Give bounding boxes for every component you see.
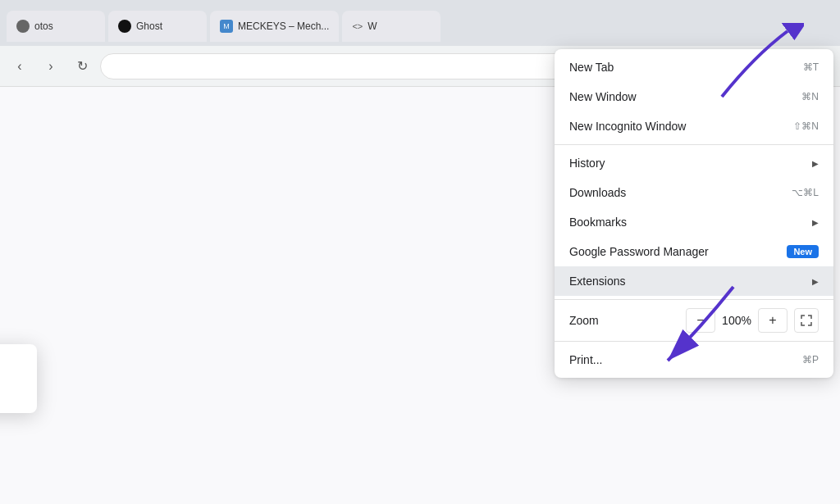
- menu-item-extensions[interactable]: Extensions ▶: [555, 266, 833, 296]
- history-chevron-icon: ▶: [812, 159, 819, 168]
- menu-item-new-tab[interactable]: New Tab ⌘T: [555, 52, 833, 82]
- zoom-increase-button[interactable]: +: [758, 308, 788, 333]
- zoom-value: 100%: [715, 314, 758, 327]
- new-incognito-label: New Incognito Window: [569, 120, 686, 133]
- bookmarks-label: Bookmarks: [569, 216, 627, 229]
- new-tab-shortcut: ⌘T: [803, 61, 819, 73]
- zoom-label: Zoom: [569, 314, 686, 327]
- downloads-label: Downloads: [569, 186, 626, 199]
- address-bar[interactable]: [100, 53, 620, 79]
- password-manager-label: Google Password Manager: [569, 245, 709, 258]
- tab-meckeys[interactable]: M MECKEYS – Mech...: [210, 11, 339, 42]
- menu-item-password-manager[interactable]: Google Password Manager New: [555, 237, 833, 266]
- extensions-submenu: Manage Extensions Visit Chrome Web Store: [0, 344, 37, 413]
- fullscreen-button[interactable]: [794, 308, 819, 333]
- tab-label-photos: otos: [34, 20, 53, 32]
- history-label: History: [569, 157, 605, 170]
- submenu-visit-store[interactable]: Visit Chrome Web Store: [0, 379, 37, 410]
- tab-favicon-photos: [16, 20, 30, 33]
- chrome-menu-dropdown: New Tab ⌘T New Window ⌘N New Incognito W…: [555, 49, 833, 378]
- tab-label-meckeys: MECKEYS – Mech...: [238, 20, 329, 32]
- back-button[interactable]: ‹: [7, 53, 33, 79]
- tab-label-ghost: Ghost: [136, 20, 162, 32]
- zoom-row: Zoom − 100% +: [555, 303, 833, 338]
- tab-bar: otos Ghost M MECKEYS – Mech... <> W: [0, 0, 840, 46]
- zoom-decrease-button[interactable]: −: [686, 308, 715, 333]
- menu-divider-1: [555, 144, 833, 145]
- extensions-chevron-icon: ▶: [812, 277, 819, 286]
- forward-button[interactable]: ›: [38, 53, 64, 79]
- tab-photos[interactable]: otos: [7, 11, 105, 42]
- extensions-label: Extensions: [569, 275, 625, 288]
- print-shortcut: ⌘P: [802, 354, 819, 366]
- new-incognito-shortcut: ⇧⌘N: [793, 120, 819, 132]
- zoom-controls: − 100% +: [686, 308, 819, 333]
- tab-label-other: W: [368, 20, 377, 32]
- new-badge: New: [787, 245, 819, 258]
- menu-item-history[interactable]: History ▶: [555, 148, 833, 178]
- new-tab-label: New Tab: [569, 61, 614, 74]
- menu-divider-2: [555, 299, 833, 300]
- menu-item-print[interactable]: Print... ⌘P: [555, 345, 833, 375]
- menu-item-downloads[interactable]: Downloads ⌥⌘L: [555, 178, 833, 207]
- tab-favicon-meckeys: M: [220, 20, 233, 33]
- new-window-label: New Window: [569, 90, 637, 103]
- bookmarks-chevron-icon: ▶: [812, 218, 819, 227]
- new-window-shortcut: ⌘N: [801, 91, 819, 102]
- menu-item-new-incognito[interactable]: New Incognito Window ⇧⌘N: [555, 111, 833, 141]
- tab-favicon-ghost: [118, 20, 131, 33]
- reload-button[interactable]: ↻: [69, 53, 95, 79]
- downloads-shortcut: ⌥⌘L: [792, 187, 819, 198]
- print-label: Print...: [569, 353, 602, 366]
- tab-ghost[interactable]: Ghost: [108, 11, 207, 42]
- tab-other[interactable]: <> W: [342, 11, 441, 42]
- submenu-manage-extensions[interactable]: Manage Extensions: [0, 347, 37, 379]
- menu-item-new-window[interactable]: New Window ⌘N: [555, 82, 833, 111]
- menu-item-bookmarks[interactable]: Bookmarks ▶: [555, 207, 833, 237]
- menu-divider-3: [555, 341, 833, 342]
